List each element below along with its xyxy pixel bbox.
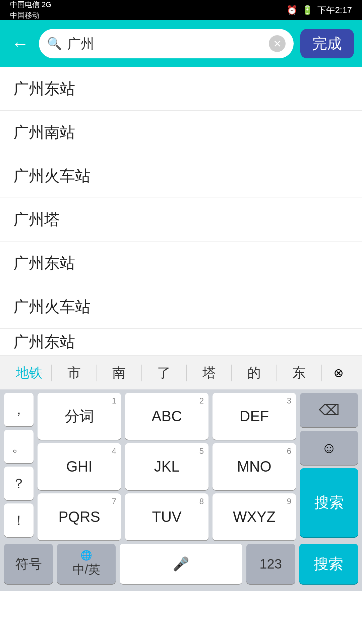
key-7[interactable]: 7 PQRS	[38, 493, 121, 540]
num-key[interactable]: 123	[246, 544, 295, 584]
key-num-5: 5	[199, 446, 204, 456]
symbol-key[interactable]: 符号	[4, 544, 53, 584]
key-period[interactable]: 。	[4, 430, 34, 463]
suggestion-item[interactable]: 广州火车站	[0, 285, 362, 329]
suggestion-item[interactable]: 广州南站	[0, 111, 362, 154]
carrier-info: 中国电信 2G 中国移动	[10, 0, 51, 20]
key-num-9: 9	[287, 497, 291, 506]
key-comma[interactable]: ，	[4, 393, 34, 426]
key-label-def: DEF	[240, 408, 269, 425]
key-label-jkl: JKL	[154, 458, 180, 475]
key-6[interactable]: 6 MNO	[213, 443, 296, 490]
done-button[interactable]: 完成	[300, 29, 354, 58]
key-num-2: 2	[199, 396, 204, 406]
keyboard-grid: ， 。 ？ ！ 1 分词 2 ABC 3 DEF	[0, 389, 362, 540]
mic-icon: 🎤	[173, 556, 189, 572]
search-input[interactable]: 广州	[67, 35, 263, 53]
key-label-abc: ABC	[152, 408, 182, 425]
search-icon: 🔍	[47, 37, 62, 51]
ime-suggest-item-0[interactable]: 地铁	[7, 356, 51, 389]
ime-suggest-item-2[interactable]: 南	[97, 356, 141, 389]
space-key[interactable]: 🎤	[120, 544, 242, 584]
key-row-2: 4 GHI 5 JKL 6 MNO	[34, 440, 300, 490]
ime-suggest-item-5[interactable]: 的	[232, 356, 276, 389]
backspace-button[interactable]: ⌫	[300, 393, 358, 427]
key-label-pqrs: PQRS	[58, 508, 100, 525]
suggestion-item[interactable]: 广州东站	[0, 67, 362, 111]
key-3[interactable]: 3 DEF	[213, 393, 296, 440]
ime-delete-button[interactable]: ⊗	[322, 366, 355, 380]
carrier2-label: 中国移动	[10, 10, 51, 20]
keyboard-left-col: ， 。 ？ ！	[0, 389, 34, 540]
key-exclaim[interactable]: ！	[4, 503, 34, 537]
key-label-wxyz: WXYZ	[233, 508, 276, 525]
key-9[interactable]: 9 WXYZ	[213, 493, 296, 540]
ime-suggest-item-1[interactable]: 市	[52, 356, 96, 389]
search-button[interactable]: 搜索	[300, 468, 358, 537]
key-label-tuv: TUV	[152, 508, 182, 525]
key-1[interactable]: 1 分词	[38, 393, 121, 440]
key-5[interactable]: 5 JKL	[125, 443, 208, 490]
ime-suggest-item-3[interactable]: 了	[142, 356, 186, 389]
clear-button[interactable]: ✕	[269, 35, 286, 52]
search-box[interactable]: 🔍 广州 ✕	[39, 29, 294, 58]
keyboard: ， 。 ？ ！ 1 分词 2 ABC 3 DEF	[0, 389, 362, 591]
suggestions-list: 广州东站 广州南站 广州火车站 广州塔 广州东站 广州火车站 广州东站	[0, 67, 362, 356]
ime-suggest-item-4[interactable]: 塔	[187, 356, 231, 389]
keyboard-right-col: ⌫ ☺ 搜索	[300, 389, 362, 540]
key-row-1: 1 分词 2 ABC 3 DEF	[34, 389, 300, 440]
key-label-mno: MNO	[237, 458, 272, 475]
key-8[interactable]: 8 TUV	[125, 493, 208, 540]
status-bar: 中国电信 2G 中国移动 ⏰ 🔋 下午2:17	[0, 0, 362, 20]
key-num-6: 6	[287, 446, 291, 456]
key-2[interactable]: 2 ABC	[125, 393, 208, 440]
key-num-1: 1	[112, 396, 116, 406]
ime-suggest-item-6[interactable]: 东	[277, 356, 321, 389]
emoji-button[interactable]: ☺	[300, 431, 358, 465]
suggestion-item[interactable]: 广州火车站	[0, 154, 362, 198]
key-num-8: 8	[199, 497, 204, 506]
lang-label: 中/英	[73, 561, 100, 578]
suggestion-item[interactable]: 广州塔	[0, 198, 362, 241]
search-bottom-button[interactable]: 搜索	[299, 544, 358, 584]
key-row-3: 7 PQRS 8 TUV 9 WXYZ	[34, 490, 300, 540]
carrier1-label: 中国电信 2G	[10, 0, 51, 10]
suggestion-item-partial[interactable]: 广州东站	[0, 329, 362, 356]
key-question[interactable]: ？	[4, 467, 34, 500]
status-right: ⏰ 🔋 下午2:17	[287, 4, 352, 16]
keyboard-bottom-row: 符号 🌐 中/英 🎤 123 搜索	[0, 540, 362, 591]
key-num-3: 3	[287, 396, 291, 406]
keyboard-center: 1 分词 2 ABC 3 DEF 4 GHI 5	[34, 389, 300, 540]
key-num-4: 4	[112, 446, 116, 456]
alarm-icon: ⏰	[287, 5, 297, 15]
back-button[interactable]: ←	[8, 32, 32, 56]
lang-key[interactable]: 🌐 中/英	[57, 544, 116, 584]
time-label: 下午2:17	[317, 4, 352, 16]
battery-icon: 🔋	[302, 5, 313, 15]
key-label-ghi: GHI	[66, 458, 92, 475]
suggestion-item[interactable]: 广州东站	[0, 241, 362, 285]
header: ← 🔍 广州 ✕ 完成	[0, 20, 362, 67]
key-num-7: 7	[112, 497, 116, 506]
key-4[interactable]: 4 GHI	[38, 443, 121, 490]
globe-icon: 🌐	[80, 550, 92, 561]
key-label-fenci: 分词	[65, 407, 94, 426]
ime-suggestion-bar: 地铁 市 南 了 塔 的 东 ⊗	[0, 356, 362, 389]
